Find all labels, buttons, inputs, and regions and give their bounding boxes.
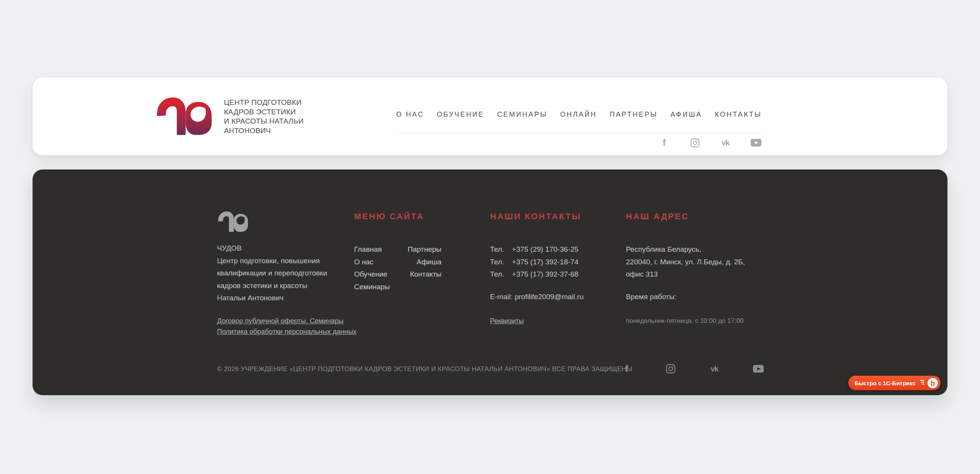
address-line: Республика Беларусь,: [626, 243, 745, 256]
footer-menu-about[interactable]: О нас: [354, 256, 405, 269]
requisites-link[interactable]: Реквизиты: [490, 317, 524, 325]
footer-menu-contacts[interactable]: Контакты: [405, 268, 441, 281]
org-short-name: ЧУДОВ: [217, 242, 327, 255]
phone-label: Тел.: [490, 243, 510, 256]
main-nav: О НАС ОБУЧЕНИЕ СЕМИНАРЫ ОНЛАЙН ПАРТНЕРЫ …: [396, 111, 762, 119]
facebook-icon[interactable]: f: [621, 363, 632, 375]
bitrix-badge[interactable]: Быстро с 1С-Битрикс b: [848, 376, 941, 390]
phone-number: +375 (17) 392-37-68: [512, 270, 578, 278]
logo-mark-icon: [155, 130, 212, 136]
org-desc-line: кадров эстетики и красоты: [217, 280, 327, 292]
youtube-icon[interactable]: [753, 363, 764, 375]
org-desc-line: Натальи Антонович: [217, 292, 327, 305]
bitrix-badge-label: Быстро с 1С-Битрикс: [854, 380, 916, 386]
contacts-title: НАШИ КОНТАКТЫ: [490, 212, 583, 222]
offer-link[interactable]: Договор публичной оферты. Семинары: [217, 316, 356, 326]
vk-icon[interactable]: vk: [709, 363, 720, 375]
email-line: E-mail: profilife2009@mail.ru: [490, 291, 583, 303]
instagram-icon[interactable]: [689, 137, 701, 148]
phone-label: Тел.: [490, 268, 510, 281]
footer-menu-afisha[interactable]: Афиша: [405, 256, 441, 269]
nav-item-seminars[interactable]: СЕМИНАРЫ: [497, 111, 547, 119]
bitrix-logo-icon: b: [928, 378, 938, 388]
phone-row: Тел. +375 (29) 170-36-25: [490, 243, 583, 256]
org-desc-line: Центр подготовки, повышения: [217, 255, 327, 267]
phone-list: Тел. +375 (29) 170-36-25 Тел. +375 (17) …: [490, 243, 583, 281]
header-card: ЦЕНТР ПОДГОТОВКИ КАДРОВ ЭСТЕТИКИ И КРАСО…: [33, 78, 947, 155]
org-desc-line: квалификации и переподготовки: [217, 267, 327, 280]
address-lines: Республика Беларусь, 220040, г. Минск, у…: [626, 243, 745, 281]
nav-item-afisha[interactable]: АФИША: [670, 111, 702, 119]
brand-line: ЦЕНТР ПОДГОТОВКИ: [224, 98, 304, 108]
header-social-row: f vk: [658, 137, 762, 148]
brand-line: И КРАСОТЫ НАТАЛЬИ: [224, 117, 304, 126]
footer-legal-links: Договор публичной оферты. Семинары Полит…: [217, 316, 356, 337]
address-line: офис 313: [626, 268, 745, 281]
footer-menu-home[interactable]: Главная: [354, 243, 405, 256]
footer-menu-partners[interactable]: Партнеры: [405, 243, 441, 256]
footer-contacts-column: НАШИ КОНТАКТЫ Тел. +375 (29) 170-36-25 Т…: [490, 212, 583, 326]
phone-number: +375 (29) 170-36-25: [512, 245, 578, 253]
phone-row: Тел. +375 (17) 392-37-68: [490, 268, 583, 281]
brand-text: ЦЕНТР ПОДГОТОВКИ КАДРОВ ЭСТЕТИКИ И КРАСО…: [224, 98, 304, 135]
footer-social-row: f vk: [621, 363, 764, 375]
footer-menu-seminars[interactable]: Семинары: [354, 281, 405, 293]
nav-item-education[interactable]: ОБУЧЕНИЕ: [437, 111, 484, 119]
address-line: 220040, г. Минск, ул. Л.Беды, д. 2Б,: [626, 256, 745, 269]
nav-divider: [396, 133, 762, 133]
address-title: НАШ АДРЕС: [626, 212, 745, 222]
youtube-icon[interactable]: [750, 137, 762, 148]
copyright-text: © 2026 УЧРЕЖДЕНИЕ «ЦЕНТР ПОДГОТОВКИ КАДР…: [217, 365, 632, 373]
phone-number: +375 (17) 392-18-74: [512, 258, 578, 266]
nav-item-about[interactable]: О НАС: [396, 111, 424, 119]
footer-menu-education[interactable]: Обучение: [354, 268, 405, 281]
instagram-icon[interactable]: [665, 363, 676, 375]
brand-line: АНТОНОВИЧ: [224, 126, 304, 136]
footer-about: ЧУДОВ Центр подготовки, повышения квалиф…: [217, 242, 327, 305]
footer-menu-column: МЕНЮ САЙТА Главная Партнеры О нас Афиша …: [354, 212, 441, 293]
privacy-link[interactable]: Политика обработки персональных данных: [217, 326, 356, 337]
nav-item-online[interactable]: ОНЛАЙН: [560, 111, 597, 119]
hours-label: Время работы:: [626, 291, 745, 303]
footer-card: ЧУДОВ Центр подготовки, повышения квалиф…: [33, 169, 947, 395]
phone-label: Тел.: [490, 256, 510, 269]
nav-item-partners[interactable]: ПАРТНЕРЫ: [610, 111, 658, 119]
facebook-icon[interactable]: f: [658, 137, 670, 148]
menu-title: МЕНЮ САЙТА: [354, 212, 441, 222]
brand-line: КАДРОВ ЭСТЕТИКИ: [224, 108, 304, 117]
site-logo[interactable]: [155, 95, 212, 137]
phone-row: Тел. +375 (17) 392-18-74: [490, 256, 583, 269]
hours-value: понедельник-пятница, с 10:00 до 17:00: [626, 316, 745, 326]
footer-logo-icon: [217, 210, 248, 233]
vk-icon[interactable]: vk: [720, 137, 731, 148]
speed-lines-icon: [919, 379, 924, 387]
nav-item-contacts[interactable]: КОНТАКТЫ: [715, 111, 762, 119]
footer-menu: Главная Партнеры О нас Афиша Обучение Ко…: [354, 243, 441, 293]
footer-address-column: НАШ АДРЕС Республика Беларусь, 220040, г…: [626, 212, 745, 326]
